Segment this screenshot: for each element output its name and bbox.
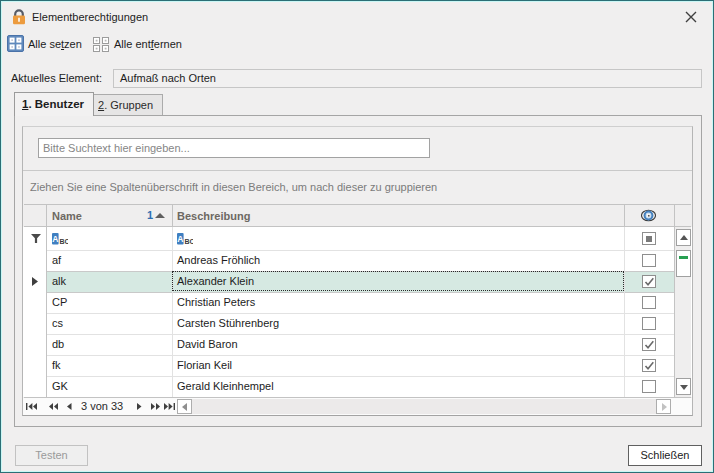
svg-text:A: A: [52, 234, 58, 244]
svg-text:BC: BC: [59, 238, 68, 245]
svg-text:A: A: [177, 234, 183, 244]
svg-text:BC: BC: [184, 238, 193, 245]
